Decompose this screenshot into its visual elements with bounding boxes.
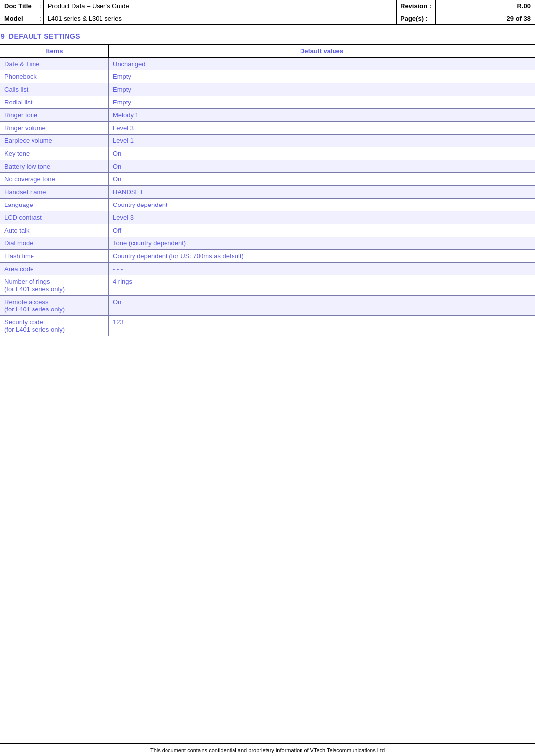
table-row: Area code- - - (0, 263, 535, 275)
table-cell-item: Remote access(for L401 series only) (0, 296, 109, 316)
table-cell-item: No coverage tone (0, 173, 109, 186)
doc-title-sep: : (37, 0, 44, 12)
table-cell-item: Language (0, 199, 109, 211)
table-row: Number of rings(for L401 series only)4 r… (0, 275, 535, 296)
table-cell-item: Handset name (0, 186, 109, 199)
table-row: PhonebookEmpty (0, 70, 535, 83)
model-label: Model (0, 12, 37, 24)
table-row: Security code(for L401 series only)123 (0, 316, 535, 336)
section-title: DEFAULT SETTINGS (9, 33, 80, 40)
table-cell-value: Melody 1 (109, 109, 535, 122)
table-row: LCD contrastLevel 3 (0, 211, 535, 224)
table-cell-item: Ringer tone (0, 109, 109, 122)
table-cell-item: Ringer volume (0, 122, 109, 135)
footer-text: This document contains confidential and … (150, 747, 385, 753)
table-cell-item: Dial mode (0, 237, 109, 250)
table-cell-value: - - - (109, 263, 535, 275)
table-cell-item: Redial list (0, 96, 109, 109)
model-sep: : (37, 12, 44, 24)
table-cell-item: Area code (0, 263, 109, 275)
table-cell-item: Calls list (0, 83, 109, 96)
model-value: L401 series & L301 series (44, 12, 396, 24)
table-row: Earpiece volumeLevel 1 (0, 135, 535, 147)
table-row: Flash timeCountry dependent (for US: 700… (0, 250, 535, 263)
table-cell-item: Auto talk (0, 224, 109, 237)
section-heading: 9 DEFAULT SETTINGS (0, 33, 535, 40)
table-cell-value: Off (109, 224, 535, 237)
table-row: Calls listEmpty (0, 83, 535, 96)
table-cell-value: On (109, 147, 535, 160)
table-row: Auto talkOff (0, 224, 535, 237)
table-cell-value: On (109, 296, 535, 316)
table-cell-value: On (109, 160, 535, 173)
col-values-header: Default values (109, 45, 535, 58)
document-header: Doc Title : Product Data – User's Guide … (0, 0, 535, 25)
table-row: Redial listEmpty (0, 96, 535, 109)
table-row: Ringer volumeLevel 3 (0, 122, 535, 135)
table-row: LanguageCountry dependent (0, 199, 535, 211)
table-cell-value: Empty (109, 70, 535, 83)
table-row: Handset nameHANDSET (0, 186, 535, 199)
table-cell-value: Unchanged (109, 58, 535, 70)
document-footer: This document contains confidential and … (0, 743, 535, 756)
table-cell-value: Level 1 (109, 135, 535, 147)
table-cell-item: Key tone (0, 147, 109, 160)
table-row: No coverage toneOn (0, 173, 535, 186)
table-row: Key toneOn (0, 147, 535, 160)
table-cell-item: LCD contrast (0, 211, 109, 224)
table-cell-value: HANDSET (109, 186, 535, 199)
table-row: Ringer toneMelody 1 (0, 109, 535, 122)
table-cell-value: Level 3 (109, 211, 535, 224)
table-row: Dial modeTone (country dependent) (0, 237, 535, 250)
table-cell-item: Battery low tone (0, 160, 109, 173)
table-cell-item: Date & Time (0, 58, 109, 70)
table-cell-item: Earpiece volume (0, 135, 109, 147)
table-cell-item: Phonebook (0, 70, 109, 83)
table-cell-value: 4 rings (109, 275, 535, 296)
table-cell-value: Empty (109, 83, 535, 96)
table-cell-item: Number of rings(for L401 series only) (0, 275, 109, 296)
table-cell-value: Tone (country dependent) (109, 237, 535, 250)
table-cell-item: Flash time (0, 250, 109, 263)
table-cell-value: On (109, 173, 535, 186)
col-items-header: Items (0, 45, 109, 58)
table-cell-value: Country dependent (109, 199, 535, 211)
table-cell-item: Security code(for L401 series only) (0, 316, 109, 336)
table-cell-value: Level 3 (109, 122, 535, 135)
table-row: Date & TimeUnchanged (0, 58, 535, 70)
revision-label: Revision : (397, 0, 436, 12)
table-cell-value: Country dependent (for US: 700ms as defa… (109, 250, 535, 263)
section-number: 9 (1, 33, 5, 40)
doc-title-value: Product Data – User's Guide (44, 0, 396, 12)
table-cell-value: 123 (109, 316, 535, 336)
table-row: Battery low toneOn (0, 160, 535, 173)
pages-value: 29 of 38 (436, 12, 535, 24)
doc-title-label: Doc Title (0, 0, 37, 12)
pages-label: Page(s) : (397, 12, 436, 24)
table-cell-value: Empty (109, 96, 535, 109)
revision-value: R.00 (436, 0, 535, 12)
table-row: Remote access(for L401 series only)On (0, 296, 535, 316)
settings-table: Items Default values Date & TimeUnchange… (0, 44, 535, 336)
